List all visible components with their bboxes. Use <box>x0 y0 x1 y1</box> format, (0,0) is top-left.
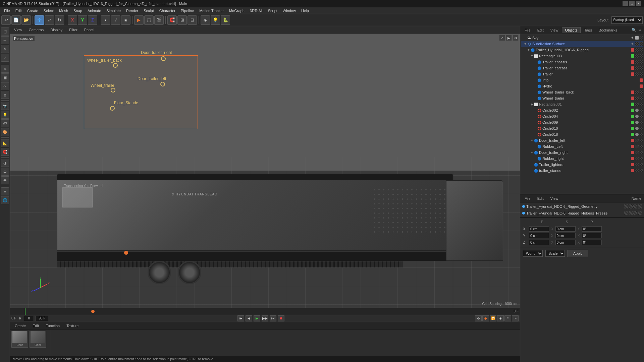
tool-rotate[interactable]: ↻ <box>1 45 9 53</box>
obj-tab-edit[interactable]: Edit <box>534 27 547 33</box>
close-button[interactable]: ✕ <box>636 1 641 6</box>
tree-item-wheel[interactable]: 🔵 Wheel_trailer <box>521 95 643 101</box>
vp-maximize-icon[interactable]: ⤢ <box>499 35 505 41</box>
toolbar-viewport-solo[interactable]: ◈ <box>201 15 210 25</box>
material-gear[interactable]: Gear <box>30 331 46 348</box>
tool-move[interactable]: ✛ <box>1 36 9 44</box>
prop-tab-file[interactable]: File <box>522 195 534 201</box>
tool-measure[interactable]: 📐 <box>1 139 9 147</box>
coord-z-rot[interactable] <box>582 240 602 245</box>
toolbar-polys[interactable]: ▣ <box>121 15 130 25</box>
toolbar-render-pic[interactable]: 🎬 <box>154 15 164 25</box>
toolbar-points[interactable]: ● <box>101 15 110 25</box>
toggle-subdivision[interactable]: ▼ <box>524 42 527 46</box>
coord-z-size[interactable] <box>555 240 576 245</box>
tool-layer[interactable]: ≡ <box>1 187 9 195</box>
go-start-button[interactable]: ⏮ <box>237 315 244 321</box>
tool-material[interactable]: 🎨 <box>1 128 9 136</box>
toggle-sky[interactable] <box>524 36 527 40</box>
toolbar-y-axis[interactable]: Y <box>78 15 87 25</box>
tree-item-stands[interactable]: 🔵 trailer_stands <box>521 168 643 174</box>
prop-obj-1[interactable]: Trailer_Hyundai_HDC-6_Rigged_Geometry <box>521 203 643 210</box>
tool-spline[interactable]: 〜 <box>1 82 9 90</box>
menu-edit[interactable]: Edit <box>13 8 24 13</box>
node-door-trailer-left[interactable]: Door_trailer_left <box>138 76 166 81</box>
go-end-button[interactable]: ⏭ <box>270 315 276 321</box>
tree-item-circle010[interactable]: ⭕ Circle010 <box>521 125 643 131</box>
play-forward-button[interactable]: ▶▶ <box>262 315 268 321</box>
tool-tag[interactable]: 🏷 <box>1 119 9 127</box>
tool-camera[interactable]: 📷 <box>1 102 9 110</box>
filter-icon[interactable]: ⚙ <box>637 27 643 33</box>
menu-window[interactable]: Window <box>280 8 299 13</box>
tool-sculpt3[interactable]: ◓ <box>1 176 9 184</box>
toggle-trailer[interactable]: ▼ <box>527 48 530 52</box>
toolbar-move[interactable]: ✛ <box>35 15 44 25</box>
menu-sculpt[interactable]: Sculpt <box>141 8 157 13</box>
tree-item-rectangle003[interactable]: ▼ ⬜ Rectangle003 <box>521 53 643 59</box>
minimize-button[interactable]: — <box>623 1 628 6</box>
tool-deform[interactable]: ⧖ <box>1 91 9 99</box>
menu-create[interactable]: Create <box>24 8 41 13</box>
timeline-loop-button[interactable]: 🔁 <box>490 315 496 321</box>
toolbar-rotate[interactable]: ↻ <box>55 15 64 25</box>
menu-file[interactable]: File <box>1 8 13 13</box>
prop-tab-edit[interactable]: Edit <box>534 195 547 201</box>
toolbar-undo[interactable]: ↩ <box>1 15 11 25</box>
tree-item-rubber-left[interactable]: 🔵 Rubber_Left <box>521 143 643 149</box>
play-button[interactable]: ▶ <box>254 315 260 321</box>
search-icon[interactable]: 🔍 <box>631 27 637 33</box>
node-door-trailer-right[interactable]: Door_trailer_right <box>141 50 172 55</box>
obj-tab-view[interactable]: View <box>547 27 561 33</box>
toolbar-edges[interactable]: ╱ <box>111 15 120 25</box>
tree-item-sky[interactable]: 🌥 Sky 👁 <box>521 35 643 41</box>
timeline-onion-button[interactable]: ◈ <box>497 315 504 321</box>
menu-snap[interactable]: Snap <box>71 8 85 13</box>
tool-sculpt1[interactable]: ◑ <box>1 159 9 167</box>
tree-item-chassis[interactable]: 🔵 Trailer_chassis <box>521 59 643 65</box>
tool-snap[interactable]: 🧲 <box>1 148 9 156</box>
obj-tab-file[interactable]: File <box>522 27 534 33</box>
subdiv-vis-icon[interactable]: 👁 <box>631 42 635 46</box>
world-dropdown[interactable]: World <box>523 250 543 257</box>
obj-tab-objects[interactable]: Objects <box>562 27 580 33</box>
toolbar-light[interactable]: 💡 <box>211 15 220 25</box>
vp-tab-display[interactable]: Display <box>48 27 65 33</box>
vp-tab-filter[interactable]: Filter <box>66 27 80 33</box>
coord-y-size[interactable] <box>555 233 576 238</box>
tree-item-wheel-back[interactable]: 🔵 Wheel_trailer_back <box>521 89 643 95</box>
menu-mesh[interactable]: Mesh <box>56 8 71 13</box>
tree-item-circle009[interactable]: ⭕ Circle009 <box>521 119 643 125</box>
tree-item-rect001[interactable]: ▶ ⬜ Rectangle001 <box>521 101 643 107</box>
timeline-dope-button[interactable]: ≡ <box>504 315 511 321</box>
toggle-door-left[interactable]: ▼ <box>530 139 534 142</box>
maximize-button[interactable]: □ <box>629 1 635 6</box>
tree-item-subdivision[interactable]: ▼ ⬡ Subdivision Surface 👁 <box>521 41 643 47</box>
tree-item-door-right[interactable]: ▼ 🔵 Door_trailer_right <box>521 149 643 156</box>
toolbar-render[interactable]: ▶ <box>134 15 144 25</box>
vp-config-icon[interactable]: ⚙ <box>513 35 519 41</box>
timeline-settings-button[interactable]: ⚙ <box>475 315 482 321</box>
toggle-door-right[interactable]: ▼ <box>530 151 534 154</box>
obj-tab-bookmarks[interactable]: Bookmarks <box>596 27 620 33</box>
menu-motion-tracker[interactable]: Motion Tracker <box>197 8 226 13</box>
tree-item-circle002[interactable]: ⭕ Circle002 <box>521 107 643 113</box>
toolbar-scale[interactable]: ⤢ <box>45 15 54 25</box>
node-wheel-trailer-back[interactable]: Wheel_trailer_back <box>87 58 122 63</box>
toolbar-workplane[interactable]: ⊟ <box>187 15 197 25</box>
vp-render-icon[interactable]: ▶ <box>506 35 512 41</box>
tree-item-into[interactable]: 🔵 Into <box>521 77 643 83</box>
tree-item-circle018[interactable]: ⭕ Circle018 <box>521 131 643 137</box>
menu-pipeline[interactable]: Pipeline <box>178 8 197 13</box>
toggle-rect003[interactable]: ▼ <box>530 54 534 58</box>
scene-tree[interactable]: 🌥 Sky 👁 ▼ ⬡ Subdivision Surface 👁 <box>520 34 644 194</box>
vp-tab-panel[interactable]: Panel <box>82 27 96 33</box>
menu-3dtoall[interactable]: 3DToAll <box>247 8 265 13</box>
toolbar-open[interactable]: 📂 <box>21 15 31 25</box>
tool-scene[interactable]: 🌐 <box>1 196 9 204</box>
sky-vis-icon[interactable]: 👁 <box>631 36 635 40</box>
menu-mograph[interactable]: MoGraph <box>226 8 247 13</box>
tree-item-trailer[interactable]: 🔵 Trailer <box>521 71 643 77</box>
tool-poly[interactable]: ▣ <box>1 73 9 81</box>
bottom-tab-edit[interactable]: Edit <box>31 323 41 328</box>
